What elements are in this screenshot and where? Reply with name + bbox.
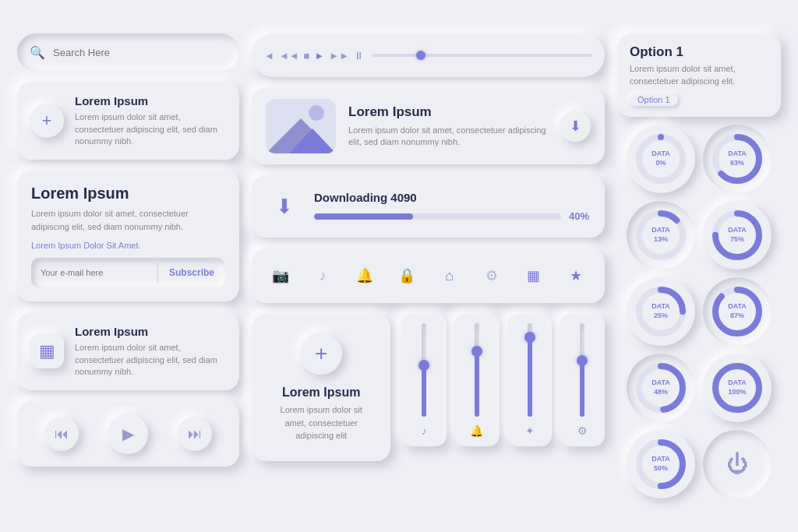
sliders-row: ♪ 🔔 ✦ xyxy=(401,314,605,446)
star-icon-btn[interactable]: ★ xyxy=(560,259,592,292)
media-card-text: Lorem Ipsum Lorem ipsum dolor sit amet, … xyxy=(75,325,227,378)
chart-100pct: DATA100% xyxy=(703,354,772,422)
pause-btn[interactable]: ⏸ xyxy=(354,50,364,62)
prev-btn[interactable]: ◄ xyxy=(264,50,274,62)
slider-4-fill xyxy=(580,361,584,417)
chart-13pct: DATA13% xyxy=(627,201,695,270)
fast-forward-button[interactable]: ⏭ xyxy=(178,417,212,451)
stop-btn[interactable]: ■ xyxy=(304,50,310,62)
option-card: Option 1 Lorem ipsum dolor sit amet, con… xyxy=(617,33,781,117)
slider-2: 🔔 xyxy=(454,314,500,446)
card-plus-desc: Lorem ipsum dolor sit amet, consectetuer… xyxy=(75,111,227,147)
search-icon: 🔍 xyxy=(30,45,45,60)
grid-icon-btn[interactable]: ▦ xyxy=(517,259,550,292)
option-title: Option 1 xyxy=(630,44,768,60)
slider-2-fill xyxy=(475,351,479,417)
camera-icon-btn[interactable]: 📷 xyxy=(264,259,297,292)
player-card: ⏮ ▶ ⏭ xyxy=(17,401,239,467)
slider-3: ✦ xyxy=(507,314,553,446)
email-row: Subscribe xyxy=(31,258,225,287)
newsletter-link[interactable]: Lorem Ipsum Dolor Sit Amet. xyxy=(31,241,225,250)
audio-progress-thumb[interactable] xyxy=(416,51,425,60)
mid-bottom-row: + Lorem Ipsum Lorem ipsum dolor sit amet… xyxy=(252,314,605,461)
middle-column: ◄ ◄◄ ■ ► ►► ⏸ xyxy=(252,33,605,499)
chart-25pct: DATA25% xyxy=(627,277,695,346)
slider-4: ⚙ xyxy=(560,314,605,446)
search-input[interactable] xyxy=(53,47,227,58)
music-slider-icon: ♪ xyxy=(422,425,427,437)
add-icon-circle[interactable]: + xyxy=(30,104,64,138)
download-arrow-icon: ⬇ xyxy=(267,189,302,224)
chart-25pct-label: DATA25% xyxy=(651,302,670,320)
newsletter-title: Lorem Ipsum xyxy=(31,185,225,203)
newsletter-body: Lorem ipsum dolor sit amet, consectetuer… xyxy=(31,207,225,233)
chart-63pct: DATA63% xyxy=(703,125,772,193)
media-card-desc: Lorem ipsum dolor sit amet, consectetuer… xyxy=(75,342,227,378)
email-input[interactable] xyxy=(31,268,157,277)
add-card-title: Lorem Ipsum xyxy=(282,386,360,400)
newsletter-card: Lorem Ipsum Lorem ipsum dolor sit amet, … xyxy=(17,171,239,301)
prev2-btn[interactable]: ◄◄ xyxy=(279,50,299,62)
option-desc: Lorem ipsum dolor sit amet, consectetuer… xyxy=(630,63,768,87)
search-bar[interactable]: 🔍 xyxy=(17,33,239,71)
image-card-text: Lorem Ipsum Lorem ipsum dolor sit amet, … xyxy=(348,104,547,149)
calendar-icon-wrap: ▦ xyxy=(30,334,64,368)
slider-4-thumb[interactable] xyxy=(577,355,588,366)
audio-player: ◄ ◄◄ ■ ► ►► ⏸ xyxy=(252,33,605,77)
calendar-icon: ▦ xyxy=(39,341,55,361)
settings-icon-btn[interactable]: ⚙ xyxy=(475,259,508,292)
power-button[interactable]: ⏻ xyxy=(703,430,772,499)
download-card: ⬇ Downloading 4090 40% xyxy=(252,175,605,238)
chart-13pct-label: DATA13% xyxy=(651,226,670,244)
media-card: ▦ Lorem Ipsum Lorem ipsum dolor sit amet… xyxy=(17,312,239,390)
card-plus-text: Lorem Ipsum Lorem ipsum dolor sit amet, … xyxy=(75,94,227,147)
chart-63pct-label: DATA63% xyxy=(728,150,747,167)
slider-1: ♪ xyxy=(401,314,447,446)
download-percent: 40% xyxy=(569,210,589,222)
play-button[interactable]: ▶ xyxy=(108,414,148,454)
chart-48pct-label: DATA48% xyxy=(651,379,670,396)
option-tag[interactable]: Option 1 xyxy=(630,93,678,106)
rewind-button[interactable]: ⏮ xyxy=(44,417,79,451)
next-btn[interactable]: ►► xyxy=(329,50,349,62)
bell-icon-btn[interactable]: 🔔 xyxy=(348,259,381,292)
chart-0pct-label: DATA0% xyxy=(651,150,670,167)
subscribe-button[interactable]: Subscribe xyxy=(158,267,225,278)
main-container: 🔍 + Lorem Ipsum Lorem ipsum dolor sit am… xyxy=(17,33,781,499)
settings-slider-icon: ⚙ xyxy=(577,425,588,437)
slider-4-track[interactable] xyxy=(580,323,584,417)
chart-0pct: DATA0% xyxy=(627,125,695,193)
slider-2-thumb[interactable] xyxy=(471,346,482,357)
bell-slider-icon: 🔔 xyxy=(470,425,483,437)
audio-progress-track[interactable] xyxy=(372,54,592,57)
download-title: Downloading 4090 xyxy=(314,191,589,204)
charts-row-1: DATA0% DATA63% xyxy=(617,125,781,193)
image-card-desc: Lorem ipsum dolor sit amet, consectetuer… xyxy=(348,125,547,149)
slider-3-fill xyxy=(528,337,532,417)
music-icon-btn[interactable]: ♪ xyxy=(306,259,339,292)
charts-row-4: DATA48% DATA100% xyxy=(617,354,781,422)
chart-50pct-label: DATA50% xyxy=(651,455,670,473)
chart-100pct-label: DATA100% xyxy=(728,379,747,396)
image-thumbnail xyxy=(266,99,336,153)
card-plus-title: Lorem Ipsum xyxy=(75,94,148,107)
download-info: Downloading 4090 40% xyxy=(314,191,589,222)
download-icon-btn[interactable]: ⬇ xyxy=(560,111,591,142)
chart-48pct: DATA48% xyxy=(627,354,695,422)
charts-row-3: DATA25% DATA87% xyxy=(617,277,781,346)
lock-icon-btn[interactable]: 🔒 xyxy=(390,259,423,292)
download-progress-bg xyxy=(314,213,561,220)
left-column: 🔍 + Lorem Ipsum Lorem ipsum dolor sit am… xyxy=(17,33,239,499)
charts-row-5: DATA50% ⏻ xyxy=(617,430,781,499)
slider-1-track[interactable] xyxy=(422,323,426,417)
home-icon-btn[interactable]: ⌂ xyxy=(433,259,466,292)
add-big-button[interactable]: + xyxy=(300,333,342,375)
card-plus-card: + Lorem Ipsum Lorem ipsum dolor sit amet… xyxy=(17,82,239,160)
image-card: Lorem Ipsum Lorem ipsum dolor sit amet, … xyxy=(252,88,605,164)
slider-3-thumb[interactable] xyxy=(524,332,535,343)
play-audio-btn[interactable]: ► xyxy=(314,50,324,62)
slider-3-track[interactable] xyxy=(528,323,532,417)
svg-point-2 xyxy=(309,105,324,121)
slider-1-thumb[interactable] xyxy=(418,360,429,371)
slider-2-track[interactable] xyxy=(475,323,479,417)
